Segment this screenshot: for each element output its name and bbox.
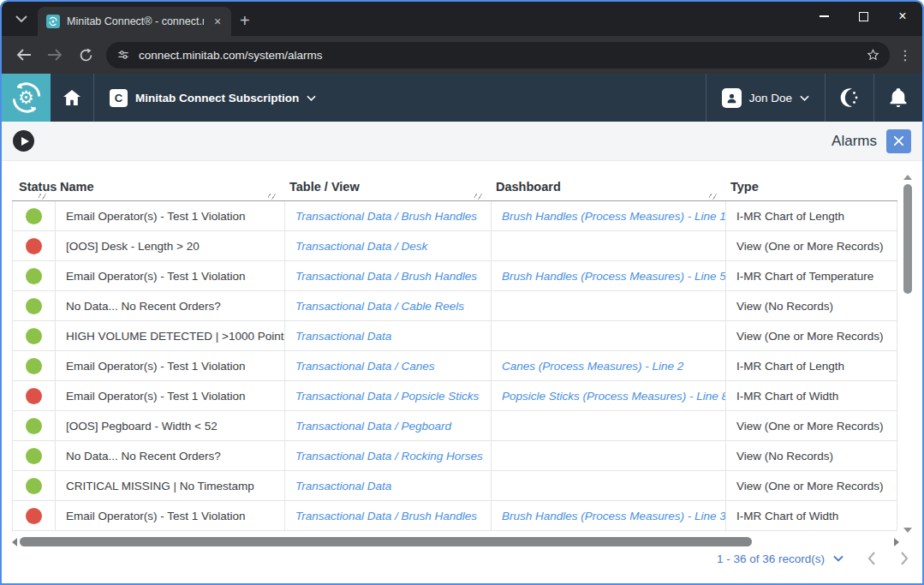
org-badge: C xyxy=(110,89,128,107)
dashboard-link[interactable]: Brush Handles (Process Measures) - Line … xyxy=(492,261,726,290)
notifications-button[interactable] xyxy=(874,74,922,122)
alarm-type: I-MR Chart of Length xyxy=(726,351,897,380)
table-row[interactable]: [OOS] Desk - Length > 20 Transactional D… xyxy=(13,231,897,261)
home-icon xyxy=(63,89,81,106)
table-row[interactable]: Email Operator(s) - Test 1 Violation Tra… xyxy=(13,501,897,531)
column-resize-handle[interactable] xyxy=(709,194,717,200)
scroll-left-icon[interactable] xyxy=(12,538,17,546)
alarm-type: View (One or More Records) xyxy=(726,411,897,440)
close-window-button[interactable]: × xyxy=(883,2,922,31)
table-view-link[interactable]: Transactional Data / Brush Handles xyxy=(285,501,492,530)
status-cell xyxy=(13,381,56,410)
alarm-type: View (One or More Records) xyxy=(726,321,897,350)
run-button[interactable] xyxy=(13,130,34,152)
url-text[interactable]: connect.minitab.com/system/alarms xyxy=(139,49,856,62)
dashboard-link[interactable] xyxy=(492,291,726,320)
alarm-name: [OOS] Desk - Length > 20 xyxy=(56,231,285,260)
vertical-scrollbar[interactable] xyxy=(903,173,913,534)
minimize-button[interactable] xyxy=(804,2,844,31)
page-size-chevron-icon[interactable] xyxy=(833,555,844,562)
dashboard-link[interactable] xyxy=(492,441,726,470)
alarm-type: I-MR Chart of Temperature xyxy=(726,261,897,290)
table-row[interactable]: Email Operator(s) - Test 1 Violation Tra… xyxy=(13,201,897,231)
bookmark-star-icon[interactable] xyxy=(865,47,881,63)
column-resize-handle[interactable] xyxy=(268,194,276,200)
horizontal-scrollbar[interactable] xyxy=(12,536,899,547)
dashboard-link[interactable] xyxy=(492,471,726,500)
table-view-link[interactable]: Transactional Data / Desk xyxy=(285,231,492,260)
tab-close-icon[interactable]: × xyxy=(211,15,224,28)
column-resize-handle[interactable] xyxy=(474,194,482,200)
back-button[interactable] xyxy=(10,41,38,69)
browser-menu-icon[interactable]: ⋮ xyxy=(895,47,915,63)
close-panel-button[interactable] xyxy=(886,129,911,153)
subscription-selector[interactable]: C Minitab Connect Subscription xyxy=(94,74,331,122)
scroll-right-icon[interactable] xyxy=(894,538,899,546)
dashboard-link[interactable]: Canes (Process Measures) - Line 2 xyxy=(492,351,726,380)
table-view-link[interactable]: Transactional Data / Brush Handles xyxy=(285,261,492,290)
person-icon xyxy=(725,92,738,104)
address-bar[interactable]: connect.minitab.com/system/alarms xyxy=(106,42,890,69)
home-button[interactable] xyxy=(51,74,93,122)
dashboard-link[interactable] xyxy=(492,411,726,440)
column-resize-handle[interactable] xyxy=(39,194,46,200)
tab-title: Minitab Connect® - connect.mi xyxy=(67,15,204,27)
user-menu[interactable]: Jon Doe xyxy=(706,74,825,122)
status-cell xyxy=(13,231,56,260)
alarm-name: Email Operator(s) - Test 1 Violation xyxy=(56,501,285,530)
table-row[interactable]: No Data... No Recent Orders? Transaction… xyxy=(13,291,897,321)
tab-search-button[interactable] xyxy=(9,6,34,32)
horizontal-scroll-thumb[interactable] xyxy=(20,537,752,546)
dashboard-link[interactable]: Brush Handles (Process Measures) - Line … xyxy=(492,501,726,530)
table-view-link[interactable]: Transactional Data xyxy=(285,471,492,500)
alarm-type: I-MR Chart of Width xyxy=(726,381,897,410)
dashboard-link[interactable] xyxy=(492,231,726,260)
dashboard-link[interactable]: Popsicle Sticks (Process Measures) - Lin… xyxy=(492,381,726,410)
dashboard-link[interactable] xyxy=(492,321,726,350)
next-page-icon[interactable] xyxy=(900,552,909,565)
user-avatar xyxy=(722,88,742,108)
table-row[interactable]: Email Operator(s) - Test 1 Violation Tra… xyxy=(13,351,897,381)
status-dot xyxy=(26,208,42,224)
column-header-status[interactable]: Status xyxy=(12,173,55,200)
status-dot xyxy=(26,388,42,404)
table-body: Email Operator(s) - Test 1 Violation Tra… xyxy=(12,201,897,531)
column-header-type[interactable]: Type xyxy=(725,173,897,200)
new-tab-button[interactable]: + xyxy=(240,12,250,29)
table-row[interactable]: No Data... No Recent Orders? Transaction… xyxy=(13,441,897,471)
table-view-link[interactable]: Transactional Data / Cable Reels xyxy=(285,291,492,320)
user-name: Jon Doe xyxy=(749,92,792,104)
scroll-up-icon[interactable] xyxy=(903,175,912,180)
table-view-link[interactable]: Transactional Data / Canes xyxy=(285,351,492,380)
table-view-link[interactable]: Transactional Data xyxy=(285,321,492,350)
column-header-table-view[interactable]: Table / View xyxy=(284,173,491,200)
table-row[interactable]: Email Operator(s) - Test 1 Violation Tra… xyxy=(13,261,897,291)
site-settings-icon[interactable] xyxy=(116,48,130,62)
table-row[interactable]: [OOS] Pegboard - Width < 52 Transactiona… xyxy=(13,411,897,441)
chevron-down-icon xyxy=(800,95,809,101)
previous-page-icon[interactable] xyxy=(867,552,876,565)
forward-button[interactable] xyxy=(41,41,69,69)
vertical-scroll-thumb[interactable] xyxy=(903,184,912,294)
column-header-dashboard[interactable]: Dashboard xyxy=(491,173,725,200)
scroll-down-icon[interactable] xyxy=(903,528,912,533)
column-header-name[interactable]: Name xyxy=(55,173,284,200)
table-row[interactable]: CRITICAL MISSING | No Timestamp Transact… xyxy=(13,471,897,501)
panel-toolbar: Alarms xyxy=(2,122,922,161)
minitab-connect-logo[interactable]: ⚙ xyxy=(2,74,51,122)
table-view-link[interactable]: Transactional Data / Popsicle Sticks xyxy=(285,381,492,410)
reload-button[interactable] xyxy=(72,41,99,69)
status-dot xyxy=(26,448,42,464)
table-row[interactable]: Email Operator(s) - Test 1 Violation Tra… xyxy=(13,381,897,411)
browser-tab[interactable]: Minitab Connect® - connect.mi × xyxy=(38,7,231,36)
record-count-label[interactable]: 1 - 36 of 36 record(s) xyxy=(717,552,825,565)
close-icon xyxy=(893,135,904,146)
dashboard-link[interactable]: Brush Handles (Process Measures) - Line … xyxy=(492,201,726,230)
table-view-link[interactable]: Transactional Data / Brush Handles xyxy=(285,201,492,230)
table-view-link[interactable]: Transactional Data / Rocking Horses xyxy=(285,441,492,470)
table-view-link[interactable]: Transactional Data / Pegboard xyxy=(285,411,492,440)
night-mode-button[interactable] xyxy=(826,74,873,122)
status-dot xyxy=(26,508,42,524)
table-row[interactable]: HIGH VOLUME DETECTED | >1000 Points Tran… xyxy=(13,321,897,351)
maximize-button[interactable] xyxy=(844,2,883,31)
